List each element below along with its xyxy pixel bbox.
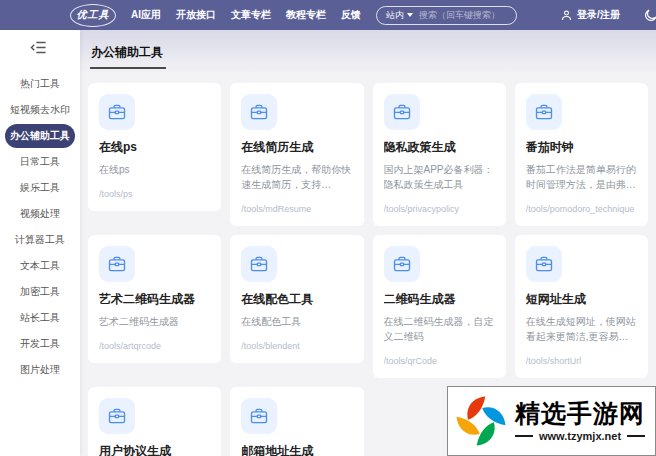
tool-card-qrcode-generator[interactable]: 二维码生成器 在线二维码生成器，自定义二维码 /tools/qrCode — [373, 235, 506, 378]
sidebar-item-image-processing[interactable]: 图片处理 — [5, 358, 75, 382]
menu-fold-icon[interactable] — [30, 40, 47, 55]
tool-card-path: /tools/mdResume — [241, 204, 352, 214]
tool-card-email-generator[interactable]: 邮箱地址生成 在线批量邮箱地址生成 /tools/mail_address_cr… — [230, 387, 363, 456]
search-input[interactable] — [419, 10, 507, 20]
sidebar-item-daily-tools[interactable]: 日常工具 — [5, 150, 75, 174]
nav-item-open-api[interactable]: 开放接口 — [176, 8, 216, 22]
tool-card-title: 隐私政策生成 — [384, 139, 495, 156]
watermark-text: 精选手游网 www.tzymjx.net — [515, 400, 645, 442]
briefcase-icon — [99, 246, 135, 282]
divider — [627, 435, 645, 437]
login-register-button[interactable]: 登录/注册 — [560, 8, 620, 22]
briefcase-icon — [384, 94, 420, 130]
site-logo-text: 优工具 — [77, 8, 110, 22]
search-scope-dropdown[interactable]: 站内 — [386, 9, 413, 22]
page-title: 办公辅助工具 — [90, 44, 166, 69]
tool-card-title: 在线ps — [99, 139, 210, 156]
tool-card-path: /tools/privacypolicy — [384, 204, 495, 214]
tool-card-color-palette[interactable]: 在线配色工具 在线配色工具 /tools/blendent — [230, 235, 363, 363]
sidebar-item-video-watermark[interactable]: 短视频去水印 — [5, 98, 75, 122]
sidebar: 热门工具 短视频去水印 办公辅助工具 日常工具 娱乐工具 视频处理 计算器工具 … — [0, 30, 80, 456]
sidebar-item-text-tools[interactable]: 文本工具 — [5, 254, 75, 278]
tool-card-title: 在线配色工具 — [241, 291, 352, 308]
tool-card-description: 在线配色工具 — [241, 314, 352, 329]
user-icon — [560, 9, 573, 22]
site-watermark: 精选手游网 www.tzymjx.net — [447, 386, 656, 456]
sidebar-item-encryption-tools[interactable]: 加密工具 — [5, 280, 75, 304]
nav-item-articles[interactable]: 文章专栏 — [231, 8, 271, 22]
sidebar-item-entertainment-tools[interactable]: 娱乐工具 — [5, 176, 75, 200]
tool-card-description: 在线ps — [99, 162, 210, 177]
briefcase-icon — [526, 94, 562, 130]
tool-card-description: 在线二维码生成器，自定义二维码 — [384, 314, 495, 344]
tool-card-title: 在线简历生成 — [241, 139, 352, 156]
nav-menu: AI应用 开放接口 文章专栏 教程专栏 反馈 — [131, 8, 361, 22]
watermark-url-row: www.tzymjx.net — [515, 430, 645, 442]
tool-card-description: 艺术二维码生成器 — [99, 314, 210, 329]
tool-card-privacy-policy[interactable]: 隐私政策生成 国内上架APP必备利器：隐私政策生成工具 /tools/priva… — [373, 83, 506, 226]
sidebar-item-office-tools[interactable]: 办公辅助工具 — [5, 124, 75, 148]
dark-mode-moon-icon[interactable] — [643, 8, 656, 23]
watermark-site-name: 精选手游网 — [515, 400, 645, 428]
tool-card-short-url[interactable]: 短网址生成 在线生成短网址，使网站看起来更简洁,更容易记忆 /tools/sho… — [515, 235, 648, 378]
tool-card-title: 邮箱地址生成 — [241, 443, 352, 456]
tool-card-path: /tools/blendent — [241, 341, 352, 351]
tool-card-title: 短网址生成 — [526, 291, 637, 308]
briefcase-icon — [384, 246, 420, 282]
tool-card-art-qrcode[interactable]: 艺术二维码生成器 艺术二维码生成器 /tools/artqrcode — [88, 235, 221, 363]
tool-card-path: /tools/shortUrl — [526, 356, 637, 366]
tool-card-title: 二维码生成器 — [384, 291, 495, 308]
briefcase-icon — [241, 246, 277, 282]
site-logo[interactable]: 优工具 — [70, 4, 116, 27]
sidebar-item-dev-tools[interactable]: 开发工具 — [5, 332, 75, 356]
search-scope-label: 站内 — [386, 9, 404, 22]
briefcase-icon — [241, 94, 277, 130]
divider — [515, 435, 533, 437]
tool-card-path: /tools/artqrcode — [99, 341, 210, 351]
nav-item-feedback[interactable]: 反馈 — [341, 8, 361, 22]
briefcase-icon — [241, 398, 277, 434]
pinwheel-logo-icon — [450, 390, 513, 453]
chevron-down-icon — [407, 13, 413, 17]
tool-card-online-ps[interactable]: 在线ps 在线ps /tools/ps — [88, 83, 221, 211]
tool-card-resume-generator[interactable]: 在线简历生成 在线简历生成，帮助你快速生成简历，支持markdown、普通… /… — [230, 83, 363, 226]
tool-card-description: 番茄工作法是简单易行的时间管理方法，是由弗朗西斯科·西里… — [526, 162, 637, 192]
briefcase-icon — [99, 94, 135, 130]
search-bar: 站内 — [376, 6, 517, 25]
tool-card-path: /tools/qrCode — [384, 356, 495, 366]
tool-card-path: /tools/ps — [99, 189, 210, 199]
briefcase-icon — [526, 246, 562, 282]
tool-card-terms-generator[interactable]: 用户协议生成 在线用户协议生成 /tools/terms-and-conditi… — [88, 387, 221, 456]
tool-card-title: 番茄时钟 — [526, 139, 637, 156]
tool-card-title: 用户协议生成 — [99, 443, 210, 456]
tool-card-description: 在线简历生成，帮助你快速生成简历，支持markdown、普通… — [241, 162, 352, 192]
tool-card-path: /tools/pomodoro_technique — [526, 204, 637, 214]
tool-card-pomodoro[interactable]: 番茄时钟 番茄工作法是简单易行的时间管理方法，是由弗朗西斯科·西里… /tool… — [515, 83, 648, 226]
tool-card-description: 在线生成短网址，使网站看起来更简洁,更容易记忆 — [526, 314, 637, 344]
sidebar-item-hot-tools[interactable]: 热门工具 — [5, 72, 75, 96]
briefcase-icon — [99, 398, 135, 434]
sidebar-item-video-processing[interactable]: 视频处理 — [5, 202, 75, 226]
top-navbar: 优工具 AI应用 开放接口 文章专栏 教程专栏 反馈 站内 登录/注册 — [0, 0, 656, 30]
sidebar-category-list: 热门工具 短视频去水印 办公辅助工具 日常工具 娱乐工具 视频处理 计算器工具 … — [0, 71, 80, 383]
nav-item-ai-apps[interactable]: AI应用 — [131, 8, 161, 22]
nav-item-tutorials[interactable]: 教程专栏 — [286, 8, 326, 22]
tool-card-description: 国内上架APP必备利器：隐私政策生成工具 — [384, 162, 495, 192]
sidebar-item-calculator-tools[interactable]: 计算器工具 — [5, 228, 75, 252]
watermark-site-url: www.tzymjx.net — [539, 430, 621, 442]
login-register-label: 登录/注册 — [577, 8, 620, 22]
sidebar-item-webmaster-tools[interactable]: 站长工具 — [5, 306, 75, 330]
tool-card-title: 艺术二维码生成器 — [99, 291, 210, 308]
